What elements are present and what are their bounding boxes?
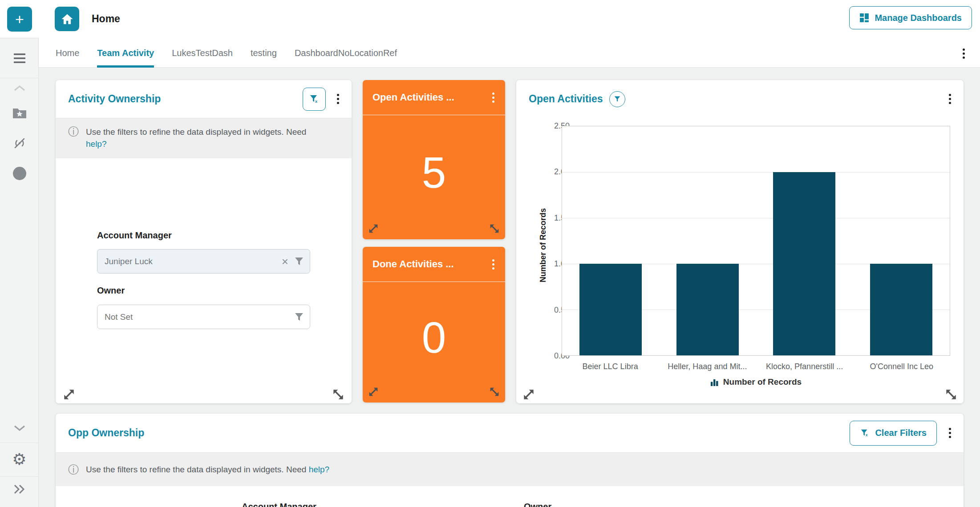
- manage-dashboards-label: Manage Dashboards: [875, 13, 962, 23]
- widget-menu-icon[interactable]: [945, 92, 955, 107]
- count-value: 0: [363, 313, 505, 363]
- clear-filter-icon[interactable]: x: [303, 88, 326, 111]
- svg-text:x: x: [315, 99, 317, 104]
- home-icon[interactable]: [55, 7, 79, 31]
- manage-dashboards-button[interactable]: Manage Dashboards: [849, 6, 972, 29]
- widget-header: Activity Ownership x: [56, 80, 352, 118]
- page-title: Home: [92, 13, 120, 25]
- house-icon: [61, 12, 74, 26]
- bar-beier-llc-libra[interactable]: [579, 264, 642, 355]
- resize-handle-icon[interactable]: [488, 386, 501, 398]
- account-manager-label: Account Manager: [242, 502, 316, 507]
- info-icon: ⓘ: [68, 126, 79, 137]
- tab-dashboardnolocationref[interactable]: DashboardNoLocationRef: [295, 38, 397, 68]
- divider: [363, 282, 505, 282]
- filters-info-banner: ⓘ Use the filters to refine the data dis…: [56, 453, 964, 486]
- widget-menu-icon[interactable]: [488, 257, 498, 272]
- resize-handle-icon[interactable]: [522, 387, 536, 402]
- tab-overflow-menu-icon[interactable]: [959, 46, 968, 61]
- resize-handle-icon[interactable]: [331, 387, 345, 402]
- bar-chart-plot: [562, 126, 950, 356]
- widget-title: Open Activities ...: [373, 92, 454, 103]
- bar-oconnell-inc-leo[interactable]: [870, 264, 932, 355]
- filters-info-banner: ⓘ Use the filters to refine the data dis…: [56, 118, 352, 158]
- chevron-up-icon[interactable]: [0, 85, 39, 92]
- widget-title: Done Activities ...: [373, 258, 454, 270]
- widget-title: Activity Ownership: [68, 93, 161, 105]
- owner-label: Owner: [97, 286, 125, 296]
- count-value: 5: [363, 148, 505, 198]
- widget-title: Open Activities: [529, 93, 603, 105]
- account-manager-filter-field[interactable]: ×: [97, 249, 310, 274]
- filter-badge-icon[interactable]: [609, 91, 625, 107]
- bar-klocko-pfannerstill[interactable]: [773, 172, 835, 355]
- expand-double-chevron-icon[interactable]: [0, 484, 39, 495]
- divider: [0, 78, 39, 78]
- done-activities-count-widget: Done Activities ... 0: [363, 247, 505, 402]
- y-axis-title: Number of Records: [539, 205, 548, 286]
- favorites-folder-icon[interactable]: [0, 107, 39, 119]
- legend-label: Number of Records: [723, 377, 802, 387]
- resize-handle-icon[interactable]: [62, 387, 76, 402]
- resize-handle-icon[interactable]: [367, 386, 380, 398]
- widget-menu-icon[interactable]: [333, 92, 343, 107]
- owner-label: Owner: [524, 502, 551, 507]
- open-activities-chart-widget: Open Activities Number of Records 2.50 2…: [516, 80, 964, 403]
- bar-heller-haag[interactable]: [676, 264, 739, 355]
- open-activities-count-widget: Open Activities ... 5: [363, 80, 505, 239]
- svg-text:x: x: [866, 433, 868, 437]
- info-text: Use the filters to refine the data displ…: [86, 127, 306, 137]
- x-label: Klocko, Pfannerstill ...: [756, 362, 853, 371]
- info-text: Use the filters to refine the data displ…: [86, 465, 306, 474]
- widget-menu-icon[interactable]: [488, 90, 498, 105]
- owner-input[interactable]: [105, 312, 295, 322]
- dashboard-grid-icon: [859, 13, 869, 23]
- dashboard-tab-bar: Home Team Activity LukesTestDash testing…: [39, 38, 980, 68]
- divider: [363, 115, 505, 115]
- tab-team-activity[interactable]: Team Activity: [97, 38, 154, 68]
- activity-ownership-widget: Activity Ownership x ⓘ Use the filters t…: [56, 80, 352, 403]
- help-link[interactable]: help?: [309, 465, 330, 474]
- no-signal-icon[interactable]: [0, 136, 39, 150]
- account-manager-label: Account Manager: [97, 230, 172, 241]
- widget-menu-icon[interactable]: [945, 426, 955, 441]
- resize-handle-icon[interactable]: [367, 222, 380, 235]
- dashboard-content: Activity Ownership x ⓘ Use the filters t…: [39, 68, 980, 507]
- tab-testing[interactable]: testing: [251, 38, 277, 68]
- x-label: O'Connell Inc Leo: [853, 362, 950, 371]
- filter-funnel-icon[interactable]: [295, 257, 304, 266]
- x-axis-labels: Beier LLC Libra Heller, Haag and Mit... …: [562, 362, 950, 371]
- add-dashboard-button[interactable]: +: [7, 7, 32, 32]
- info-icon: ⓘ: [68, 464, 79, 475]
- account-manager-input[interactable]: [105, 257, 282, 266]
- resize-handle-icon[interactable]: [488, 222, 501, 235]
- divider: [0, 476, 39, 477]
- left-sidebar: ⚙: [0, 38, 39, 507]
- help-link[interactable]: help?: [86, 139, 107, 149]
- resize-handle-icon[interactable]: [944, 387, 958, 402]
- dashboard-app: + Home Manage Dashboards: [0, 0, 980, 507]
- tab-home[interactable]: Home: [56, 38, 79, 68]
- tabs: Home Team Activity LukesTestDash testing…: [56, 38, 397, 68]
- owner-filter-field[interactable]: [97, 305, 310, 329]
- clear-filters-button[interactable]: x Clear Filters: [850, 421, 937, 446]
- widget-header: Open Activities: [516, 80, 964, 118]
- status-circle-icon[interactable]: [0, 166, 39, 181]
- clear-value-icon[interactable]: ×: [282, 257, 288, 266]
- settings-gear-icon[interactable]: ⚙: [0, 451, 39, 468]
- tab-lukestestdash[interactable]: LukesTestDash: [172, 38, 233, 68]
- clear-filters-label: Clear Filters: [875, 428, 927, 438]
- x-label: Beier LLC Libra: [562, 362, 659, 371]
- opp-ownership-widget: Opp Ownership x Clear Filters ⓘ Use the …: [56, 414, 964, 507]
- widget-header: Done Activities ...: [363, 247, 505, 282]
- widget-header: Open Activities ...: [363, 80, 505, 115]
- chevron-down-icon[interactable]: [0, 424, 39, 431]
- x-label: Heller, Haag and Mit...: [659, 362, 756, 371]
- menu-icon[interactable]: [0, 52, 39, 64]
- filter-funnel-icon[interactable]: [295, 313, 304, 322]
- divider: [0, 443, 39, 443]
- chart-legend[interactable]: Number of Records: [562, 377, 950, 387]
- widget-header: Opp Ownership x Clear Filters: [56, 414, 964, 452]
- bar-chart-icon: [710, 378, 719, 386]
- clear-filter-icon: x: [860, 428, 870, 438]
